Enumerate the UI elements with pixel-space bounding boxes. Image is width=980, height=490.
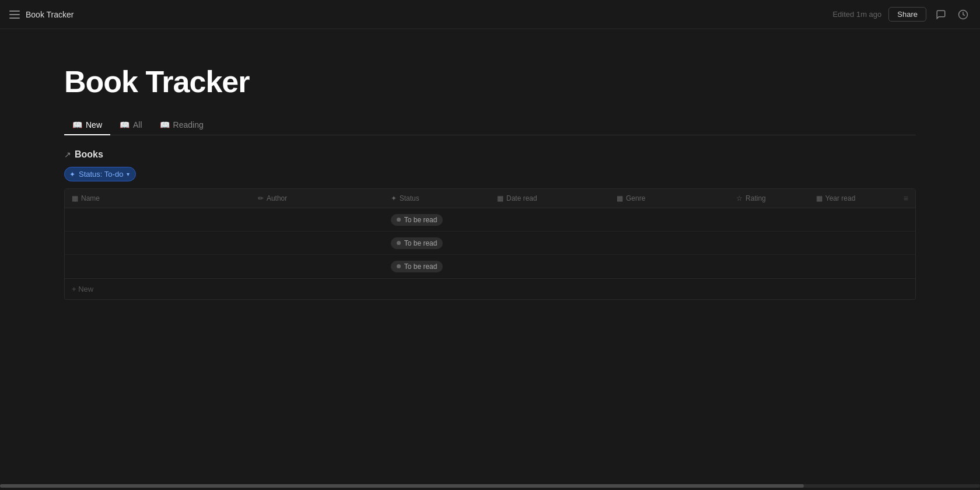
col-rating-icon: ☆ xyxy=(736,194,743,202)
col-year-icon: ▦ xyxy=(816,194,822,202)
tab-reading-icon: 📖 xyxy=(160,120,170,130)
cell-menu-2 xyxy=(888,232,915,255)
status-dot-3 xyxy=(397,264,401,268)
section-arrow-icon: ↗ xyxy=(64,150,71,159)
page-title: Book Tracker xyxy=(64,64,916,99)
cell-author-2[interactable] xyxy=(251,232,384,255)
filter-chip-icon: ✦ xyxy=(69,170,75,178)
table-header-row: ▦ Name ✏ Author ✦ xyxy=(65,189,915,208)
col-header-menu[interactable]: ≡ xyxy=(888,189,915,208)
col-name-label: Name xyxy=(81,194,100,202)
cell-status-3[interactable]: To be read xyxy=(384,255,490,278)
hamburger-menu-button[interactable] xyxy=(9,10,20,19)
col-menu-icon: ≡ xyxy=(904,194,908,203)
cell-name-1[interactable] xyxy=(65,208,251,232)
col-header-date-read[interactable]: ▦ Date read xyxy=(490,189,610,208)
cell-status-1[interactable]: To be read xyxy=(384,208,490,232)
cell-date-1[interactable] xyxy=(490,208,610,232)
col-genre-label: Genre xyxy=(626,194,645,202)
books-section: ↗ Books ✦ Status: To-do ▾ ▦ Name xyxy=(64,149,916,300)
col-genre-icon: ▦ xyxy=(617,194,623,202)
cell-genre-3[interactable] xyxy=(610,255,729,278)
tab-all-icon: 📖 xyxy=(120,120,130,130)
cell-name-2[interactable] xyxy=(65,232,251,255)
section-title: Books xyxy=(75,149,103,160)
books-table-container: ▦ Name ✏ Author ✦ xyxy=(64,188,916,300)
table-row: To be read xyxy=(65,232,915,255)
horizontal-scrollbar[interactable] xyxy=(0,482,980,490)
status-filter-chip[interactable]: ✦ Status: To-do ▾ xyxy=(64,167,136,181)
status-dot-2 xyxy=(397,241,401,245)
books-table: ▦ Name ✏ Author ✦ xyxy=(65,189,915,278)
cell-menu-3 xyxy=(888,255,915,278)
col-status-label: Status xyxy=(400,194,419,202)
cell-genre-2[interactable] xyxy=(610,232,729,255)
tab-new[interactable]: 📖 New xyxy=(64,116,110,135)
col-date-icon: ▦ xyxy=(497,194,503,202)
table-row: To be read xyxy=(65,208,915,232)
edited-timestamp: Edited 1m ago xyxy=(832,10,881,19)
cell-genre-1[interactable] xyxy=(610,208,729,232)
cell-name-3[interactable] xyxy=(65,255,251,278)
status-badge-3[interactable]: To be read xyxy=(391,261,443,272)
status-dot-1 xyxy=(397,218,401,222)
tab-new-icon: 📖 xyxy=(72,120,82,130)
topbar: Book Tracker Edited 1m ago Share xyxy=(0,0,980,29)
col-author-icon: ✏ xyxy=(258,194,264,202)
scrollbar-track xyxy=(0,484,980,488)
cell-rating-1[interactable] xyxy=(729,208,809,232)
tab-reading[interactable]: 📖 Reading xyxy=(152,116,212,135)
filter-chip-label: Status: To-do xyxy=(79,170,123,178)
tabs-bar: 📖 New 📖 All 📖 Reading xyxy=(64,116,916,135)
col-date-label: Date read xyxy=(506,194,537,202)
tab-all[interactable]: 📖 All xyxy=(111,116,150,135)
cell-status-2[interactable]: To be read xyxy=(384,232,490,255)
col-header-name[interactable]: ▦ Name xyxy=(65,189,251,208)
col-header-genre[interactable]: ▦ Genre xyxy=(610,189,729,208)
col-author-label: Author xyxy=(267,194,287,202)
share-button[interactable]: Share xyxy=(888,7,926,22)
cell-date-3[interactable] xyxy=(490,255,610,278)
col-header-status[interactable]: ✦ Status xyxy=(384,189,490,208)
status-label-3: To be read xyxy=(404,262,438,271)
col-header-author[interactable]: ✏ Author xyxy=(251,189,384,208)
filter-bar: ✦ Status: To-do ▾ xyxy=(64,167,916,181)
col-rating-label: Rating xyxy=(746,194,766,202)
cell-year-1[interactable] xyxy=(809,208,889,232)
cell-rating-2[interactable] xyxy=(729,232,809,255)
col-year-label: Year read xyxy=(825,194,856,202)
scrollbar-thumb xyxy=(0,484,804,488)
topbar-left: Book Tracker xyxy=(9,10,74,19)
cell-author-3[interactable] xyxy=(251,255,384,278)
col-header-year-read[interactable]: ▦ Year read xyxy=(809,189,889,208)
section-header: ↗ Books xyxy=(64,149,916,160)
status-badge-1[interactable]: To be read xyxy=(391,214,443,226)
cell-rating-3[interactable] xyxy=(729,255,809,278)
tab-reading-label: Reading xyxy=(173,120,204,130)
table-row: To be read xyxy=(65,255,915,278)
main-content: Book Tracker 📖 New 📖 All 📖 Reading ↗ Boo… xyxy=(0,29,980,300)
col-name-icon: ▦ xyxy=(72,194,78,202)
cell-date-2[interactable] xyxy=(490,232,610,255)
col-header-rating[interactable]: ☆ Rating xyxy=(729,189,809,208)
cell-year-3[interactable] xyxy=(809,255,889,278)
status-label-1: To be read xyxy=(404,216,438,224)
status-badge-2[interactable]: To be read xyxy=(391,237,443,249)
add-new-label: + New xyxy=(72,285,93,293)
filter-chip-chevron-icon: ▾ xyxy=(127,171,130,177)
topbar-title: Book Tracker xyxy=(26,10,74,19)
tab-all-label: All xyxy=(133,120,142,130)
tab-new-label: New xyxy=(86,120,102,130)
cell-author-1[interactable] xyxy=(251,208,384,232)
comments-button[interactable] xyxy=(933,7,949,22)
cell-year-2[interactable] xyxy=(809,232,889,255)
col-status-icon: ✦ xyxy=(391,194,397,202)
topbar-right: Edited 1m ago Share xyxy=(832,7,971,22)
add-new-row-button[interactable]: + New xyxy=(65,278,915,299)
history-button[interactable] xyxy=(956,7,971,22)
cell-menu-1 xyxy=(888,208,915,232)
status-label-2: To be read xyxy=(404,239,438,247)
